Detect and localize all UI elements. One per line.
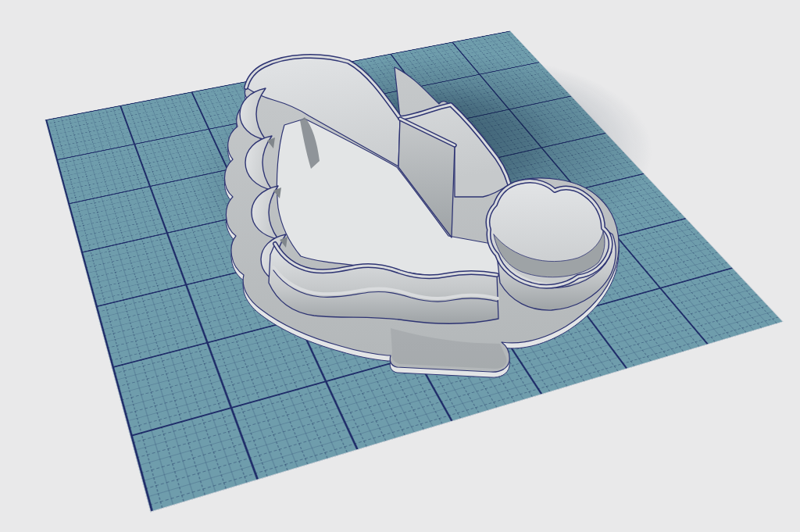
3d-viewport[interactable] bbox=[0, 0, 800, 532]
grid-dashed-line bbox=[68, 116, 184, 502]
grid-dashed-line bbox=[83, 112, 205, 495]
